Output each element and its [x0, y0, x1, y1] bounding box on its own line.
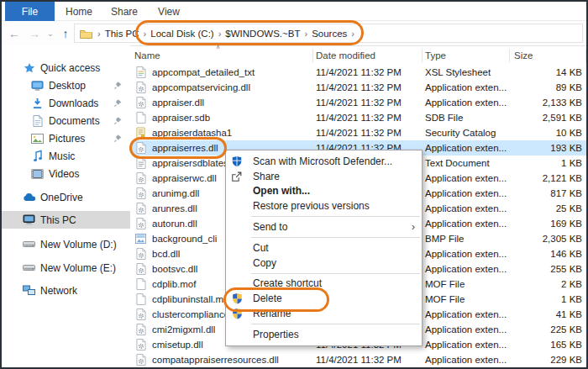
- file-name: background_cli: [152, 234, 217, 244]
- file-type: Text Document: [423, 158, 510, 168]
- sidebar-item-music[interactable]: Music: [2, 147, 130, 165]
- file-row-appcompatservicing-dll[interactable]: appcompatservicing.dll11/4/2021 11:32 PM…: [132, 80, 586, 95]
- dll-file-icon: [134, 263, 147, 275]
- sidebar-item-label: Desktop: [49, 80, 86, 92]
- menu-item-scan-with-microsoft-defender[interactable]: Scan with Microsoft Defender...: [226, 154, 422, 169]
- file-type: Application exten...: [423, 219, 510, 229]
- drive-icon: [22, 241, 36, 247]
- uac-shield-icon: [230, 308, 244, 319]
- sidebar-item-desktop[interactable]: Desktop: [2, 76, 130, 94]
- file-name-cell: appcompat_detailed_txt: [132, 66, 313, 78]
- network-icon: [22, 285, 36, 296]
- menu-item-send-to[interactable]: Send to›: [226, 219, 422, 235]
- forward-button[interactable]: →: [25, 21, 44, 45]
- sidebar-item-videos[interactable]: Videos: [2, 165, 130, 182]
- dll-file-icon: [134, 187, 147, 199]
- file-date: 11/4/2021 11:32 PM: [313, 98, 423, 108]
- file-row-appraiser-dll[interactable]: appraiser.dll11/4/2021 11:32 PMApplicati…: [132, 95, 586, 110]
- file-name: appraisersdblatestc: [152, 158, 236, 168]
- context-menu: Scan with Microsoft Defender...ShareOpen…: [225, 150, 423, 346]
- breadcrumb-item-sources[interactable]: Sources: [311, 29, 348, 39]
- dll-file-icon: [134, 339, 147, 351]
- file-type: Application exten...: [423, 324, 510, 335]
- sidebar-item-network[interactable]: Network: [2, 282, 130, 299]
- file-file-icon: [134, 278, 147, 290]
- file-type: Application exten...: [423, 143, 510, 153]
- file-row-appraiserdatasha1[interactable]: appraiserdatasha111/4/2021 11:32 PMSecur…: [132, 125, 586, 140]
- back-icon: ←: [8, 27, 20, 40]
- menu-item-label: Scan with Microsoft Defender...: [253, 156, 392, 167]
- column-header-size[interactable]: Size: [510, 49, 586, 62]
- file-date: 11/4/2021 11:32 PM: [313, 67, 423, 77]
- file-type: MOF File: [423, 294, 510, 304]
- forward-icon: →: [29, 27, 40, 40]
- file-name: appraiser.dll: [152, 98, 204, 108]
- file-type: Application exten...: [423, 188, 510, 198]
- up-button[interactable]: ↑: [57, 21, 74, 45]
- sidebar-item-new-volume-e[interactable]: New Volume (E:): [2, 259, 130, 277]
- menu-item-create-shortcut[interactable]: Create shortcut: [226, 277, 422, 292]
- file-size: 229 KB: [510, 355, 586, 365]
- menu-item-label: Restore previous versions: [253, 200, 370, 212]
- tab-share[interactable]: Share: [102, 2, 146, 21]
- file-type: Application exten...: [423, 340, 510, 350]
- star-icon: [22, 62, 36, 74]
- menu-item-open-with[interactable]: Open with...: [226, 184, 422, 199]
- sidebar-item-onedrive[interactable]: OneDrive: [2, 188, 130, 206]
- file-type: Application exten...: [423, 203, 510, 213]
- breadcrumb-item-this-pc[interactable]: This PC: [104, 29, 140, 39]
- breadcrumb[interactable]: ›This PC›Local Disk (C:)›$WINDOWS.~BT›So…: [74, 24, 583, 43]
- pictures-icon: [30, 134, 45, 144]
- file-row-appcompat-detailed-txt[interactable]: appcompat_detailed_txt11/4/2021 11:32 PM…: [132, 65, 586, 80]
- file-size: 2 KB: [510, 279, 586, 289]
- sidebar-item-quick-access[interactable]: Quick access: [2, 59, 130, 76]
- file-name: cmi2migxml.dll: [152, 324, 215, 335]
- file-row-appraiser-sdb[interactable]: appraiser.sdb11/4/2021 11:32 PMSDB File2…: [132, 110, 586, 125]
- tab-file[interactable]: File: [5, 2, 55, 21]
- file-size: 169 KB: [510, 219, 586, 229]
- sidebar-item-label: New Volume (E:): [40, 262, 116, 274]
- menu-item-label: Share: [253, 171, 280, 182]
- menu-item-label: Delete: [253, 293, 282, 304]
- sidebar-item-documents[interactable]: Documents: [2, 112, 130, 129]
- breadcrumb-item-windows-bt[interactable]: $WINDOWS.~BT: [224, 29, 301, 39]
- dll-file-icon: [134, 97, 147, 108]
- sidebar-item-label: New Volume (D:): [40, 239, 117, 250]
- menu-item-restore-previous-versions[interactable]: Restore previous versions: [226, 198, 422, 213]
- sidebar-item-this-pc[interactable]: This PC: [2, 211, 130, 229]
- sidebar-item-pictures[interactable]: Pictures: [2, 129, 130, 147]
- file-row-compatappraiserresources-dll[interactable]: compatappraiserresources.dll11/4/2021 11…: [132, 352, 586, 367]
- sidebar-item-label: Videos: [49, 168, 79, 180]
- sidebar-item-downloads[interactable]: Downloads: [2, 94, 130, 112]
- tab-home[interactable]: Home: [59, 2, 99, 21]
- share-icon: [230, 171, 244, 182]
- menu-item-rename[interactable]: Rename: [226, 306, 422, 321]
- menu-item-delete[interactable]: Delete: [226, 291, 422, 306]
- this-pc-icon: [22, 214, 36, 225]
- back-button[interactable]: ←: [5, 21, 24, 45]
- recent-locations-button[interactable]: ⌄: [44, 21, 57, 45]
- menu-item-cut[interactable]: Cut: [226, 240, 422, 256]
- file-type: Application exten...: [423, 309, 510, 319]
- menu-item-share[interactable]: Share: [226, 169, 422, 184]
- file-name: appraiserres.dll: [152, 143, 218, 153]
- desktop-icon: [30, 80, 45, 92]
- file-size: 2,133 KB: [510, 98, 586, 108]
- xsl-file-icon: [134, 66, 147, 78]
- file-name: cdplibuninstall.mo: [152, 294, 228, 304]
- tab-view[interactable]: View: [150, 2, 188, 21]
- file-size: 193 KB: [510, 143, 586, 153]
- file-file-icon: [134, 112, 147, 124]
- column-header-date-modified[interactable]: Date modified: [313, 49, 423, 62]
- file-size: 25 KB: [510, 203, 586, 213]
- pin-icon: [113, 134, 123, 143]
- chevron-right-icon: ›: [97, 29, 101, 39]
- column-header-type[interactable]: Type: [423, 49, 510, 62]
- menu-item-copy[interactable]: Copy: [226, 256, 422, 271]
- column-header-name[interactable]: Name: [132, 49, 313, 62]
- menu-item-properties[interactable]: Properties: [226, 327, 422, 342]
- sidebar-item-label: OneDrive: [40, 192, 83, 203]
- breadcrumb-item-local-disk-c[interactable]: Local Disk (C:): [150, 29, 214, 39]
- sidebar-item-new-volume-d[interactable]: New Volume (D:): [2, 235, 130, 253]
- menu-separator: [251, 324, 420, 324]
